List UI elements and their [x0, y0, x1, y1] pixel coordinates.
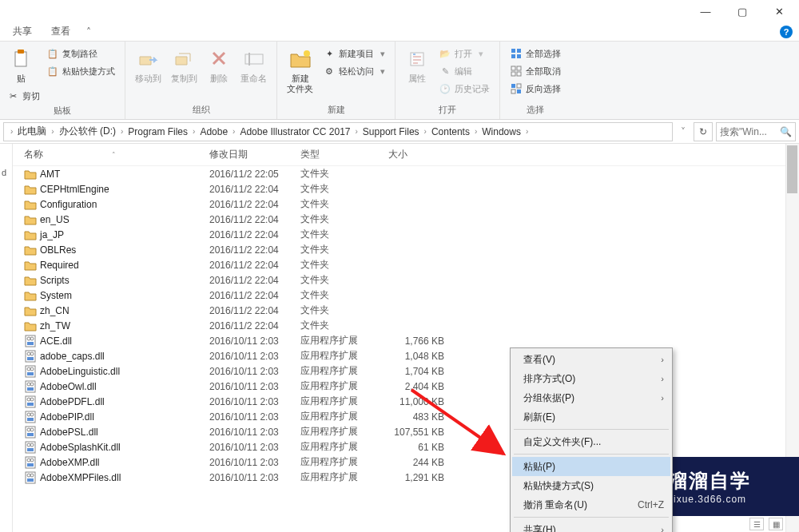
edit-button[interactable]: ✎ 编辑	[437, 64, 491, 78]
new-item-button[interactable]: ✦ 新建项目▾	[321, 46, 387, 61]
ctx-paste-shortcut[interactable]: 粘贴快捷方式(S)	[512, 476, 670, 495]
search-icon: 🔍	[780, 126, 792, 137]
delete-button[interactable]: 删除	[202, 43, 236, 87]
paste-button[interactable]: 贴	[5, 43, 42, 87]
svg-rect-7	[517, 49, 521, 53]
ctx-paste[interactable]: 粘贴(P)	[512, 457, 670, 476]
easy-access-button[interactable]: ⚙ 轻松访问▾	[321, 64, 387, 78]
breadcrumb-segment[interactable]: Windows	[480, 126, 523, 137]
chevron-right-icon: ›	[48, 127, 57, 136]
history-icon: 🕑	[439, 82, 451, 95]
tab-share[interactable]: 共享	[3, 22, 42, 42]
view-large-icon[interactable]: ▦	[769, 518, 783, 530]
nav-tree[interactable]: d	[0, 144, 13, 532]
file-type: 文件夹	[300, 258, 388, 272]
ctx-view[interactable]: 查看(V)›	[512, 350, 670, 369]
file-type: 文件夹	[300, 243, 388, 256]
paste-shortcut-button[interactable]: 📋 粘贴快捷方式	[45, 64, 117, 78]
select-all-button[interactable]: 全部选择	[508, 46, 562, 61]
search-input[interactable]: 🔍	[716, 122, 796, 141]
select-none-button[interactable]: 全部取消	[508, 64, 562, 78]
minimize-button[interactable]: —	[687, 0, 724, 22]
file-row[interactable]: Required2016/11/2 22:04文件夹	[13, 257, 799, 272]
file-name: AdobeXMPFiles.dll	[40, 472, 121, 483]
ribbon-group-label: 组织	[130, 102, 272, 119]
svg-rect-0	[15, 52, 26, 66]
invert-selection-button[interactable]: 反向选择	[508, 81, 562, 96]
breadcrumb-segment[interactable]: Support Files	[361, 126, 421, 137]
column-size[interactable]: 大小	[388, 148, 460, 161]
cut-button[interactable]: ✂ 剪切	[5, 89, 42, 103]
rename-button[interactable]: 重命名	[236, 43, 272, 87]
sort-indicator-icon: ˄	[112, 151, 116, 159]
file-row[interactable]: AdobePSL.dll2016/10/11 2:03应用程序扩展107,551…	[13, 424, 799, 439]
file-name: CEPHtmlEngine	[40, 184, 109, 195]
copy-path-button[interactable]: 📋 复制路径	[45, 46, 117, 61]
watermark-title: 溜溜自学	[668, 468, 751, 494]
help-icon[interactable]: ?	[780, 26, 793, 38]
file-name: System	[40, 290, 72, 301]
folder-icon	[24, 289, 37, 302]
ribbon-collapse-icon[interactable]: ˄	[80, 23, 97, 41]
ctx-refresh[interactable]: 刷新(E)	[512, 407, 670, 427]
properties-button[interactable]: 属性	[400, 43, 434, 87]
file-row[interactable]: adobe_caps.dll2016/10/11 2:03应用程序扩展1,048…	[13, 348, 799, 363]
file-row[interactable]: zh_TW2016/11/2 22:04文件夹	[13, 318, 799, 333]
ribbon-group-new: 新建 文件夹 ✦ 新建项目▾ ⚙ 轻松访问▾ 新建	[277, 42, 396, 119]
file-row[interactable]: en_US2016/11/2 22:04文件夹	[13, 212, 799, 227]
file-name: AdobePDFL.dll	[40, 396, 105, 407]
open-button[interactable]: 📂 打开▾	[437, 46, 491, 61]
tab-view[interactable]: 查看	[42, 22, 80, 42]
view-details-icon[interactable]: ☰	[749, 518, 764, 530]
ctx-undo[interactable]: 撤消 重命名(U)Ctrl+Z	[512, 495, 670, 514]
file-row[interactable]: OBLRes2016/11/2 22:04文件夹	[13, 242, 799, 257]
file-type: 应用程序扩展	[300, 410, 388, 423]
content-area: d 名称˄ 修改日期 类型 大小 AMT2016/11/2 22:05文件夹CE…	[0, 144, 799, 532]
file-row[interactable]: Scripts2016/11/2 22:04文件夹	[13, 272, 799, 288]
folder-icon	[24, 183, 37, 196]
history-button[interactable]: 🕑 历史记录	[437, 81, 491, 96]
folder-icon	[24, 259, 37, 272]
tree-item[interactable]: d	[0, 168, 12, 177]
column-name[interactable]: 名称˄	[24, 148, 209, 161]
breadcrumb-segment[interactable]: Adobe	[198, 126, 229, 137]
file-row[interactable]: ACE.dll2016/10/11 2:03应用程序扩展1,766 KB	[13, 333, 799, 348]
copy-to-button[interactable]: 复制到	[166, 43, 202, 87]
file-name: AdobePSL.dll	[40, 427, 98, 438]
file-size: 107,551 KB	[388, 427, 460, 438]
file-row[interactable]: ja_JP2016/11/2 22:04文件夹	[13, 227, 799, 242]
breadcrumb-segment[interactable]: Adobe Illustrator CC 2017	[238, 126, 352, 137]
search-field[interactable]	[720, 126, 780, 137]
file-row[interactable]: CEPHtmlEngine2016/11/2 22:04文件夹	[13, 181, 799, 197]
file-row[interactable]: AdobeOwl.dll2016/10/11 2:03应用程序扩展2,404 K…	[13, 379, 799, 394]
file-row[interactable]: AMT2016/11/2 22:05文件夹	[13, 166, 799, 181]
breadcrumb-segment[interactable]: 办公软件 (D:)	[58, 125, 117, 138]
breadcrumb-segment[interactable]: Program Files	[126, 126, 189, 137]
ctx-sort[interactable]: 排序方式(O)›	[512, 369, 670, 388]
column-date[interactable]: 修改日期	[209, 148, 300, 161]
move-to-button[interactable]: 移动到	[130, 43, 166, 87]
breadcrumb-segment[interactable]: Contents	[430, 126, 471, 137]
file-row[interactable]: AdobePDFL.dll2016/10/11 2:03应用程序扩展11,000…	[13, 394, 799, 409]
breadcrumb-segment[interactable]: 此电脑	[16, 125, 48, 138]
file-row[interactable]: AdobeLinguistic.dll2016/10/11 2:03应用程序扩展…	[13, 363, 799, 379]
file-row[interactable]: AdobePIP.dll2016/10/11 2:03应用程序扩展483 KB	[13, 409, 799, 424]
ctx-group[interactable]: 分组依据(P)›	[512, 388, 670, 407]
file-row[interactable]: AdobeSplashKit.dll2016/10/11 2:03应用程序扩展6…	[13, 439, 799, 455]
file-row[interactable]: zh_CN2016/11/2 22:04文件夹	[13, 303, 799, 318]
breadcrumb[interactable]: › 此电脑›办公软件 (D:)›Program Files›Adobe›Adob…	[3, 122, 673, 141]
maximize-button[interactable]: ▢	[724, 0, 761, 22]
file-row[interactable]: System2016/11/2 22:04文件夹	[13, 288, 799, 303]
svg-rect-17	[517, 89, 521, 93]
file-row[interactable]: Configuration2016/11/2 22:04文件夹	[13, 197, 799, 212]
ctx-customize[interactable]: 自定义文件夹(F)...	[512, 432, 670, 451]
close-button[interactable]: ✕	[761, 0, 797, 22]
refresh-button[interactable]: ↻	[694, 122, 713, 141]
column-type[interactable]: 类型	[300, 148, 388, 161]
ctx-share[interactable]: 共享(H)›	[512, 520, 670, 532]
file-name: AdobeSplashKit.dll	[40, 442, 121, 453]
scrollbar-thumb[interactable]	[787, 145, 797, 193]
address-dropdown-icon[interactable]: ˅	[676, 126, 690, 137]
file-name: ja_JP	[40, 229, 64, 240]
new-folder-button[interactable]: 新建 文件夹	[282, 43, 318, 97]
